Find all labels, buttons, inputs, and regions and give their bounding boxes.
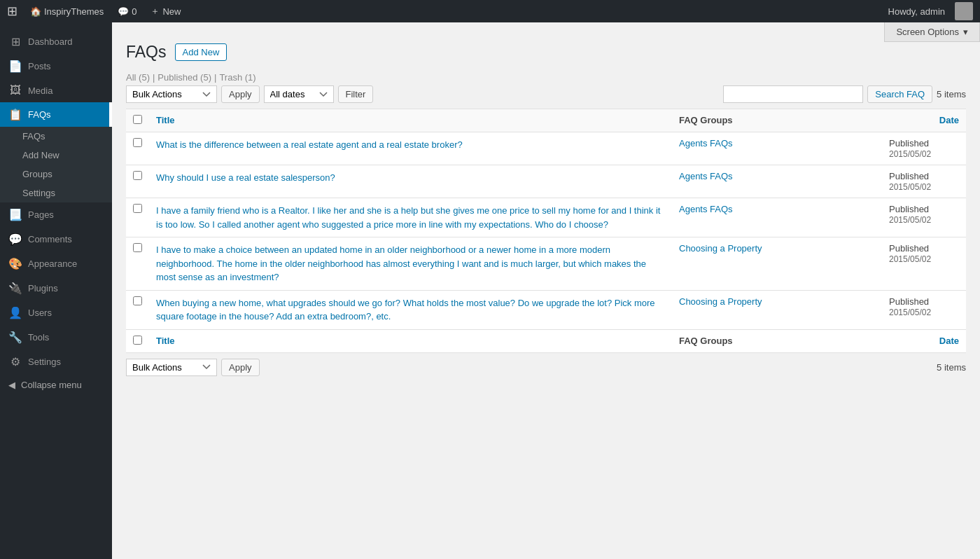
dashboard-icon: ⊞ xyxy=(8,35,22,48)
col-header-cb xyxy=(126,109,149,132)
sidebar-collapse-menu[interactable]: ◀ Collapse menu xyxy=(0,374,112,396)
row-checkbox-4[interactable] xyxy=(133,296,142,305)
apply-button-top[interactable]: Apply xyxy=(221,85,260,103)
submenu-add-new[interactable]: Add New xyxy=(0,146,112,165)
add-new-button[interactable]: Add New xyxy=(175,43,227,61)
col-footer-groups: FAQ Groups xyxy=(672,329,882,352)
table-row: I have a family friend who is a Realtor.… xyxy=(126,198,966,237)
toolbar-top: Bulk Actions Apply All dates Filter Sear… xyxy=(126,85,966,103)
media-icon: 🖼 xyxy=(8,84,22,97)
faq-group-link-2[interactable]: Agents FAQs xyxy=(679,204,733,214)
adminbar-site-name[interactable]: 🏠 InspiryThemes xyxy=(23,6,111,17)
faq-status-0: Published xyxy=(889,138,929,149)
sidebar-item-users[interactable]: 👤 Users xyxy=(0,301,112,325)
faq-title-link-4[interactable]: When buying a new home, what upgrades sh… xyxy=(156,298,655,322)
col-header-groups: FAQ Groups xyxy=(672,109,882,132)
users-icon: 👤 xyxy=(8,306,22,319)
filter-all-link[interactable]: All (5) xyxy=(126,72,150,83)
page-title: FAQs xyxy=(126,44,167,60)
col-footer-cb xyxy=(126,329,149,352)
filter-bar: All (5) | Published (5) | Trash (1) xyxy=(126,72,966,83)
toolbar-bottom-right: 5 items xyxy=(937,362,966,373)
submenu-settings[interactable]: Settings xyxy=(0,184,112,202)
select-all-checkbox-bottom[interactable] xyxy=(133,336,142,345)
col-header-title[interactable]: Title xyxy=(149,109,672,132)
sidebar-item-media[interactable]: 🖼 Media xyxy=(0,78,112,102)
plugins-icon: 🔌 xyxy=(8,282,22,295)
table-header-row: Title FAQ Groups Date xyxy=(126,109,966,132)
adminbar-new[interactable]: ＋ New xyxy=(144,5,188,18)
faq-status-3: Published xyxy=(889,243,929,254)
faq-title-link-1[interactable]: Why should I use a real estate salespers… xyxy=(156,172,335,183)
posts-icon: 📄 xyxy=(8,60,22,73)
row-checkbox-0[interactable] xyxy=(133,138,142,147)
tools-icon: 🔧 xyxy=(8,331,22,344)
wp-logo-icon[interactable]: ⊞ xyxy=(7,4,18,19)
faq-group-link-1[interactable]: Agents FAQs xyxy=(679,171,733,181)
faq-group-link-0[interactable]: Agents FAQs xyxy=(679,138,733,149)
faq-title-link-2[interactable]: I have a family friend who is a Realtor.… xyxy=(156,205,660,230)
toolbar-bottom: Bulk Actions Apply 5 items xyxy=(126,359,966,376)
sidebar-item-plugins[interactable]: 🔌 Plugins xyxy=(0,276,112,301)
apply-button-bottom[interactable]: Apply xyxy=(221,359,260,376)
filter-published-link[interactable]: Published (5) xyxy=(158,72,211,83)
sidebar: ⊞ Dashboard 📄 Posts 🖼 Media 📋 FAQs FAQs … xyxy=(0,22,112,559)
filter-trash-link[interactable]: Trash (1) xyxy=(219,72,255,83)
items-count-bottom: 5 items xyxy=(937,362,966,373)
toolbar-top-right: Search FAQ 5 items xyxy=(723,85,966,103)
bulk-actions-select-top[interactable]: Bulk Actions xyxy=(126,85,217,103)
faq-group-link-4[interactable]: Choosing a Property xyxy=(679,296,762,307)
faq-date-0: 2015/05/02 xyxy=(889,149,931,159)
select-all-checkbox-top[interactable] xyxy=(133,115,142,124)
search-faq-input[interactable] xyxy=(723,85,863,103)
table-footer-row: Title FAQ Groups Date xyxy=(126,329,966,352)
settings-icon: ⚙ xyxy=(8,355,22,368)
row-checkbox-3[interactable] xyxy=(133,243,142,252)
sidebar-item-posts[interactable]: 📄 Posts xyxy=(0,54,112,78)
faq-status-2: Published xyxy=(889,204,929,214)
faqs-icon: 📋 xyxy=(8,108,22,121)
faq-group-link-3[interactable]: Choosing a Property xyxy=(679,243,762,254)
faqs-submenu: FAQs Add New Groups Settings xyxy=(0,127,112,202)
table-row: I have to make a choice between an updat… xyxy=(126,237,966,291)
faq-date-3: 2015/05/02 xyxy=(889,254,931,264)
sidebar-item-pages[interactable]: 📃 Pages xyxy=(0,202,112,227)
faq-title-link-3[interactable]: I have to make a choice between an updat… xyxy=(156,244,646,282)
faqs-table: Title FAQ Groups Date What is the differ… xyxy=(126,109,966,353)
sidebar-item-comments[interactable]: 💬 Comments xyxy=(0,227,112,251)
plus-icon: ＋ xyxy=(150,5,160,18)
collapse-icon: ◀ xyxy=(8,380,15,390)
sidebar-item-settings[interactable]: ⚙ Settings xyxy=(0,350,112,374)
submenu-faqs-root[interactable]: FAQs xyxy=(0,127,112,146)
adminbar-howdy: Howdy, admin xyxy=(881,6,952,17)
adminbar-right: Howdy, admin xyxy=(881,2,973,20)
col-header-date[interactable]: Date xyxy=(882,109,966,132)
avatar xyxy=(955,2,973,20)
row-checkbox-1[interactable] xyxy=(133,171,142,180)
appearance-icon: 🎨 xyxy=(8,257,22,270)
comments-icon: 💬 xyxy=(8,233,22,246)
screen-options-chevron-icon: ▾ xyxy=(963,27,968,37)
col-footer-date[interactable]: Date xyxy=(882,329,966,352)
screen-options-button[interactable]: Screen Options ▾ xyxy=(884,22,980,42)
filter-separator-2: | xyxy=(214,72,216,83)
submenu-groups[interactable]: Groups xyxy=(0,165,112,184)
table-row: When buying a new home, what upgrades sh… xyxy=(126,290,966,329)
row-checkbox-2[interactable] xyxy=(133,204,142,213)
sidebar-item-appearance[interactable]: 🎨 Appearance xyxy=(0,251,112,276)
faq-status-1: Published xyxy=(889,171,929,181)
faq-date-2: 2015/05/02 xyxy=(889,215,931,225)
sidebar-item-dashboard[interactable]: ⊞ Dashboard xyxy=(0,29,112,54)
col-footer-title[interactable]: Title xyxy=(149,329,672,352)
table-row: Why should I use a real estate salespers… xyxy=(126,165,966,198)
sidebar-item-faqs[interactable]: 📋 FAQs xyxy=(0,102,112,127)
date-filter-select[interactable]: All dates xyxy=(264,85,334,103)
bulk-actions-select-bottom[interactable]: Bulk Actions xyxy=(126,359,217,376)
home-icon: 🏠 xyxy=(30,6,41,17)
adminbar-comments[interactable]: 💬 0 xyxy=(111,6,144,17)
faq-title-link-0[interactable]: What is the difference between a real es… xyxy=(156,139,463,150)
search-faq-button[interactable]: Search FAQ xyxy=(867,85,932,103)
filter-button[interactable]: Filter xyxy=(338,85,374,103)
admin-bar: ⊞ 🏠 InspiryThemes 💬 0 ＋ New Howdy, admin xyxy=(0,0,980,22)
sidebar-item-tools[interactable]: 🔧 Tools xyxy=(0,325,112,350)
